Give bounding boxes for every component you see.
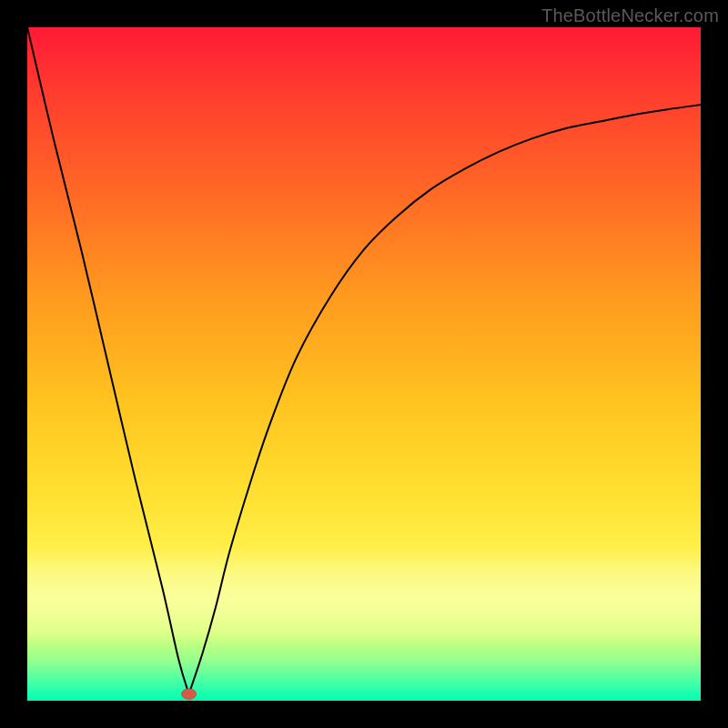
right-branch-line <box>189 105 701 694</box>
chart-frame: TheBottleNecker.com <box>0 0 728 728</box>
chart-svg <box>27 27 701 701</box>
left-branch-line <box>27 27 189 694</box>
plot-area <box>27 27 701 701</box>
vertex-marker <box>181 689 196 700</box>
watermark-text: TheBottleNecker.com <box>541 5 719 26</box>
